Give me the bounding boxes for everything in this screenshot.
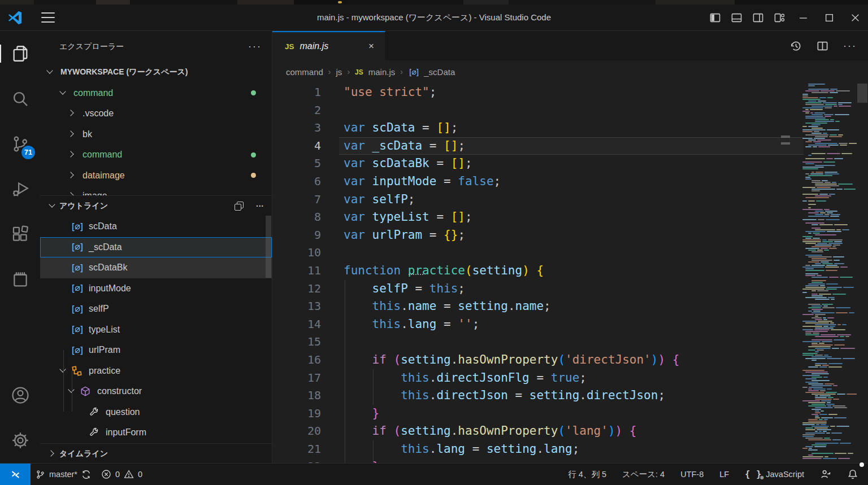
- code-line-4[interactable]: 4var _scData = [];: [272, 137, 868, 155]
- notifications-bell-icon[interactable]: [842, 464, 863, 485]
- tab-main-js[interactable]: JS main.js ×: [272, 31, 385, 60]
- desktop-spark: [338, 1, 342, 3]
- code-line-14[interactable]: 14 this.lang = '';: [272, 316, 868, 334]
- toggle-secondary-sidebar-icon[interactable]: [747, 8, 769, 27]
- search-activity-icon[interactable]: [0, 76, 40, 121]
- tree-item-image[interactable]: image: [40, 186, 272, 195]
- editor-more-actions-icon[interactable]: ···: [843, 40, 857, 52]
- outline-item-practice[interactable]: practice: [40, 361, 272, 382]
- notebook-activity-icon[interactable]: [0, 257, 40, 302]
- editor-scrollbar[interactable]: [857, 84, 868, 463]
- maximize-button[interactable]: [816, 5, 842, 30]
- outline-item-question[interactable]: question: [40, 402, 272, 423]
- tree-item-label: command: [73, 88, 113, 98]
- toggle-primary-sidebar-icon[interactable]: [704, 8, 726, 27]
- line-number: 19: [272, 405, 344, 423]
- outline-item-label: selfP: [89, 304, 109, 314]
- timeline-history-icon[interactable]: [790, 40, 802, 52]
- code-line-5[interactable]: 5var scDataBk = [];: [272, 155, 868, 173]
- minimize-button[interactable]: [790, 5, 816, 30]
- sidebar-scrollbar-thumb[interactable]: [266, 216, 271, 278]
- tree-item-vscode[interactable]: .vscode: [40, 103, 272, 124]
- source-control-activity-icon[interactable]: 71: [0, 121, 40, 167]
- tree-item-command[interactable]: command: [40, 145, 272, 165]
- minimap[interactable]: [802, 84, 857, 463]
- outline-item-inputForm[interactable]: inputForm: [40, 422, 272, 443]
- outline-item-inputMode[interactable]: [∅]inputMode: [40, 278, 272, 299]
- code-line-15[interactable]: 15: [272, 333, 868, 351]
- git-branch-button[interactable]: master*: [31, 464, 96, 485]
- customize-layout-icon[interactable]: [769, 8, 790, 27]
- code-line-19[interactable]: 19 }: [272, 405, 868, 423]
- code-line-20[interactable]: 20 if (setting.hasOwnProperty('lang')) {: [272, 422, 868, 440]
- code-line-11[interactable]: 11function practice(setting) {: [272, 262, 868, 280]
- code-line-2[interactable]: 2: [272, 102, 868, 120]
- chevron-down-icon: [48, 202, 57, 211]
- git-status-dot: [251, 90, 256, 95]
- code-line-13[interactable]: 13 this.name = setting.name;: [272, 298, 868, 316]
- menu-hamburger-button[interactable]: [41, 12, 55, 23]
- outline-more-actions-icon[interactable]: ···: [256, 202, 264, 211]
- remote-indicator-button[interactable]: [0, 464, 31, 485]
- code-line-7[interactable]: 7var selfP;: [272, 191, 868, 209]
- code-line-10[interactable]: 10: [272, 244, 868, 262]
- breadcrumb-folder[interactable]: js: [336, 67, 342, 77]
- code-line-9[interactable]: 9var urlPram = {};: [272, 226, 868, 244]
- split-editor-icon[interactable]: [817, 40, 828, 52]
- code-line-1[interactable]: 1"use strict";: [272, 84, 868, 102]
- problems-button[interactable]: 0 0: [96, 464, 147, 485]
- tree-item-dataimage[interactable]: dataimage: [40, 165, 272, 186]
- outline-item-selfP[interactable]: [∅]selfP: [40, 299, 272, 320]
- code-line-21[interactable]: 21 this.lang = setting.lang;: [272, 440, 868, 458]
- cursor-position-button[interactable]: 行 4、列 5: [563, 464, 611, 485]
- code-line-17[interactable]: 17 this.directJsonFlg = true;: [272, 369, 868, 387]
- tab-close-icon[interactable]: ×: [364, 41, 378, 52]
- outline-item-label: urlPram: [89, 345, 120, 355]
- notification-dot: [860, 462, 864, 467]
- tree-item-bk[interactable]: bk: [40, 124, 272, 145]
- code-text: }: [344, 405, 379, 423]
- feedback-icon[interactable]: [815, 464, 836, 485]
- run-debug-activity-icon[interactable]: [0, 167, 40, 212]
- breadcrumb-folder[interactable]: command: [286, 67, 323, 77]
- code-line-16[interactable]: 16 if (setting.hasOwnProperty('directJso…: [272, 351, 868, 369]
- breadcrumb-symbol[interactable]: _scData: [424, 67, 455, 77]
- explorer-activity-icon[interactable]: [0, 31, 40, 76]
- scrollbar-thumb[interactable]: [857, 84, 867, 103]
- breadcrumb-file[interactable]: main.js: [368, 67, 396, 77]
- outline-item-typeList[interactable]: [∅]typeList: [40, 320, 272, 340]
- outline-item-scDataBk[interactable]: [∅]scDataBk: [40, 257, 272, 278]
- code-line-8[interactable]: 8var typeList = [];: [272, 208, 868, 226]
- eol-button[interactable]: LF: [714, 464, 734, 485]
- code-line-12[interactable]: 12 selfP = this;: [272, 280, 868, 298]
- outline-item-scData[interactable]: [∅]scData: [40, 216, 272, 237]
- tree-item-command[interactable]: command: [40, 83, 272, 104]
- toggle-panel-icon[interactable]: [726, 8, 747, 27]
- code-line-22[interactable]: 22 }: [272, 458, 868, 463]
- line-number: 13: [272, 298, 344, 316]
- collapse-all-icon[interactable]: [235, 202, 244, 211]
- outline-item-constructor[interactable]: constructor: [40, 381, 272, 402]
- outline-item-urlPram[interactable]: [∅]urlPram: [40, 340, 272, 361]
- explorer-more-actions-icon[interactable]: ···: [248, 41, 262, 53]
- code-line-6[interactable]: 6var inputMode = false;: [272, 173, 868, 191]
- outline-item-_scData[interactable]: [∅]_scData: [40, 237, 272, 258]
- code-area[interactable]: 1"use strict";23var scData = [];4var _sc…: [272, 84, 868, 463]
- account-activity-icon[interactable]: [0, 373, 40, 418]
- chevron-right-icon: [68, 171, 77, 180]
- code-line-3[interactable]: 3var scData = [];: [272, 119, 868, 137]
- timeline-pane-header[interactable]: タイムライン: [40, 443, 272, 464]
- language-mode-button[interactable]: { }⊗ JavaScript: [740, 464, 809, 485]
- encoding-button[interactable]: UTF-8: [675, 464, 709, 485]
- code-line-18[interactable]: 18 this.directJson = setting.directJson;: [272, 387, 868, 405]
- extensions-activity-icon[interactable]: [0, 212, 40, 257]
- status-bar: master* 0 0 行 4、列 5 スペース: 4 UTF-8 LF { }…: [0, 463, 868, 485]
- line-number: 17: [272, 369, 344, 387]
- outline-pane-header[interactable]: アウトライン ···: [40, 195, 272, 216]
- close-window-button[interactable]: [842, 5, 868, 30]
- workspace-section-header[interactable]: MYWORKSPACE (ワークスペース): [40, 62, 272, 83]
- symbol-variable-icon: [∅]: [70, 324, 84, 336]
- tree-item-label: image: [83, 191, 107, 195]
- indentation-button[interactable]: スペース: 4: [617, 464, 670, 485]
- settings-gear-icon[interactable]: [0, 418, 40, 463]
